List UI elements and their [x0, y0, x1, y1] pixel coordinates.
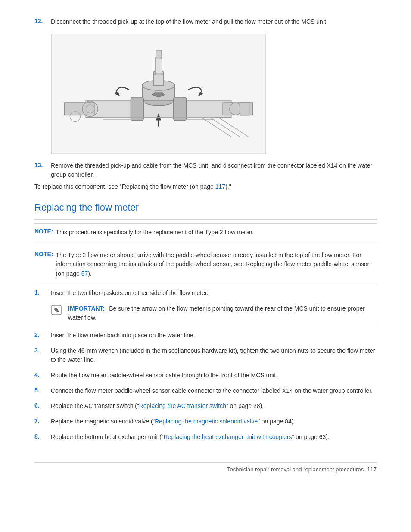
svg-rect-12 [131, 97, 143, 121]
important-label: IMPORTANT: [68, 305, 105, 312]
step-6-text: Replace the AC transfer switch (“Replaci… [51, 401, 377, 411]
step-7-row: 7. Replace the magnetic solenoid valve (… [34, 417, 377, 426]
step-5-text: Connect the flow meter paddle-wheel sens… [51, 386, 377, 396]
step-4-row: 4. Route the flow meter paddle-wheel sen… [34, 371, 377, 380]
step-8-text: Replace the bottom heat exchanger unit (… [51, 432, 377, 442]
step-13-number: 13. [34, 161, 51, 168]
footer-page: 117 [367, 466, 377, 473]
important-row: ✎ IMPORTANT: Be sure the arrow on the fl… [51, 304, 377, 327]
section-divider [34, 219, 377, 220]
footer-label: Technician repair removal and replacemen… [227, 466, 364, 473]
step-8-number: 8. [34, 432, 51, 440]
step-12-row: 12. Disconnect the threaded pick-up at t… [34, 17, 377, 27]
svg-rect-13 [174, 97, 187, 121]
footer: Technician repair removal and replacemen… [34, 462, 377, 473]
important-text: IMPORTANT: Be sure the arrow on the flow… [68, 304, 377, 323]
step-8-row: 8. Replace the bottom heat exchanger uni… [34, 432, 377, 442]
step-12-text: Disconnect the threaded pick-up at the t… [51, 17, 377, 27]
note-1-text: This procedure is specifically for the r… [56, 228, 254, 237]
step-1-text: Insert the two fiber gaskets on either s… [51, 289, 377, 298]
step-7-text: Replace the magnetic solenoid valve (“Re… [51, 417, 377, 426]
crossref-text-after: )." [225, 183, 231, 190]
step-13-text: Remove the threaded pick-up and cable fr… [51, 161, 377, 180]
step-6-link[interactable]: Replacing the AC transfer switch [139, 402, 226, 409]
crossref-text-before: To replace this component, see "Replacin… [34, 183, 215, 190]
step-5-row: 5. Connect the flow meter paddle-wheel s… [34, 386, 377, 396]
crossref-link[interactable]: 117 [215, 183, 225, 190]
step-7-number: 7. [34, 417, 51, 424]
svg-rect-10 [155, 57, 162, 74]
step-4-text: Route the flow meter paddle-wheel sensor… [51, 371, 377, 380]
svg-rect-22 [240, 103, 249, 115]
step-3-number: 3. [34, 346, 51, 354]
step-3-row: 3. Using the 46-mm wrench (included in t… [34, 346, 377, 365]
step-2-text: Insert the flow meter back into place on… [51, 331, 377, 340]
step-6-row: 6. Replace the AC transfer switch (“Repl… [34, 401, 377, 411]
step-1-number: 1. [34, 289, 51, 296]
step-6-number: 6. [34, 401, 51, 409]
step-2-row: 2. Insert the flow meter back into place… [34, 331, 377, 340]
note-1-label: NOTE: [34, 228, 53, 235]
note-2-text: The Type 2 flow meter should arrive with… [56, 251, 377, 279]
step-5-number: 5. [34, 386, 51, 394]
note-2-label: NOTE: [34, 251, 53, 258]
flow-meter-diagram [51, 34, 266, 154]
step-1-row: 1. Insert the two fiber gaskets on eithe… [34, 289, 377, 298]
section-heading: Replacing the flow meter [34, 202, 377, 215]
note-2-link[interactable]: 57 [81, 270, 88, 277]
note-1-box: NOTE: This procedure is specifically for… [34, 223, 377, 242]
important-icon: ✎ [51, 305, 65, 317]
step-7-link[interactable]: Replacing the magnetic solenoid valve [155, 418, 258, 425]
step-3-text: Using the 46-mm wrench (included in the … [51, 346, 377, 365]
note-2-box: NOTE: The Type 2 flow meter should arriv… [34, 246, 377, 283]
step-8-link[interactable]: Replacing the heat exchanger unit with c… [164, 433, 292, 440]
step-13-row: 13. Remove the threaded pick-up and cabl… [34, 161, 377, 180]
cross-reference: To replace this component, see "Replacin… [34, 183, 377, 190]
step-2-number: 2. [34, 331, 51, 338]
step-12-number: 12. [34, 17, 51, 25]
step-4-number: 4. [34, 371, 51, 378]
svg-rect-11 [156, 50, 161, 59]
svg-text:✎: ✎ [54, 307, 59, 314]
